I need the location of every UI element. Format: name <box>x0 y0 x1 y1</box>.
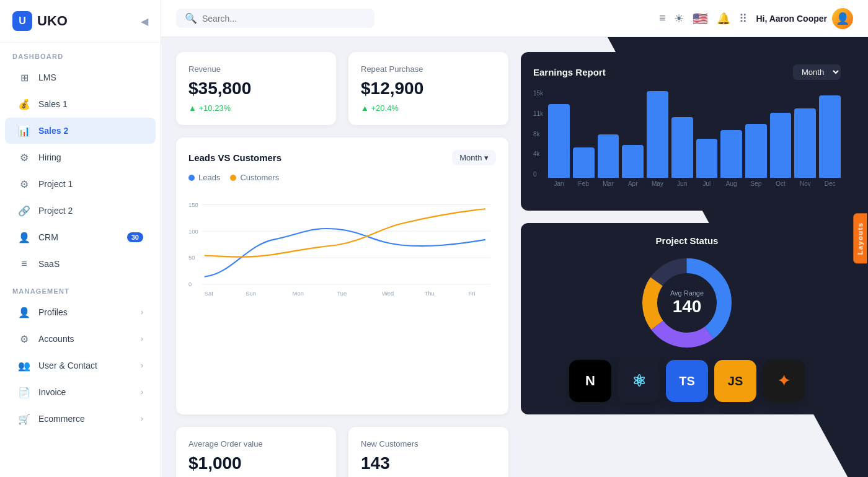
sidebar-item-label: Hiring <box>38 152 143 162</box>
svg-text:150: 150 <box>188 201 198 208</box>
sidebar-item-label: Project 1 <box>38 179 143 189</box>
sidebar-item-accounts[interactable]: ⚙Accounts› <box>5 326 156 352</box>
bar-label: Dec <box>825 180 836 187</box>
sidebar-item-label: User & Contact <box>38 361 133 370</box>
bar-label: Oct <box>776 180 786 187</box>
bar-group: Aug <box>720 130 742 187</box>
project1-icon: ⚙ <box>17 177 31 191</box>
sidebar-item-label: Invoice <box>38 387 133 397</box>
sidebar-item-hiring[interactable]: ⚙Hiring <box>5 144 156 170</box>
bar-label: May <box>652 180 663 187</box>
sidebar-item-label: CRM <box>38 232 120 242</box>
sales1-icon: 💰 <box>17 97 31 111</box>
donut-avg-label: Avg Range <box>670 289 704 297</box>
crm-icon: 👤 <box>17 230 31 244</box>
sidebar-item-label: Ecommerce <box>38 414 133 424</box>
nav-chevron-icon: › <box>141 361 143 370</box>
stat-value: $12,900 <box>361 79 496 98</box>
main-content: 🔍 ≡ ☀ 🇺🇸 🔔 ⠿ Hi, Aaron Cooper 👤 Revenue … <box>161 0 868 477</box>
bar-group: Sep <box>745 124 767 187</box>
sales2-icon: 📊 <box>17 124 31 138</box>
svg-text:Mon: Mon <box>293 290 304 297</box>
nav-chevron-icon: › <box>141 388 143 396</box>
sidebar-item-label: Project 2 <box>38 206 143 216</box>
content-grid: Revenue $35,800 ▲ +10.23% Repeat Purchas… <box>161 37 868 477</box>
user-info[interactable]: Hi, Aaron Cooper 👤 <box>756 8 853 29</box>
chart-bar <box>573 147 595 178</box>
sidebar-item-sales2[interactable]: 📊Sales 2 <box>5 118 156 144</box>
collapse-button[interactable]: ◀ <box>141 15 148 27</box>
earnings-filter[interactable]: Month Week Year <box>793 64 841 80</box>
stat-value: $1,000 <box>188 453 324 473</box>
chart-bar <box>671 117 693 178</box>
avatar: 👤 <box>832 8 853 29</box>
sidebar-item-label: SaaS <box>38 259 143 269</box>
bar-chart: JanFebMarAprMayJunJulAugSepOctNovDec <box>548 90 841 198</box>
bar-group: Dec <box>819 95 841 187</box>
bar-group: May <box>647 91 668 187</box>
lms-icon: ⊞ <box>17 71 31 84</box>
sidebar-item-label: LMS <box>38 72 143 82</box>
legend-dot-customers <box>230 175 236 181</box>
menu-icon[interactable]: ≡ <box>659 12 666 25</box>
sidebar: U UKO ◀ DASHBOARD⊞LMS💰Sales 1📊Sales 2⚙Hi… <box>0 0 161 477</box>
earnings-title: Earnings Report <box>533 67 606 77</box>
bar-group: Jan <box>548 104 570 187</box>
bar-label: Jun <box>677 180 687 187</box>
stat-label: New Customers <box>361 439 496 449</box>
sidebar-item-invoice[interactable]: 📄Invoice› <box>5 379 156 405</box>
chart-y-axis: 15k 11k 8k 4k 0 <box>533 90 543 189</box>
chart-bar <box>548 104 570 178</box>
topbar: 🔍 ≡ ☀ 🇺🇸 🔔 ⠿ Hi, Aaron Cooper 👤 <box>161 0 868 37</box>
sidebar-item-user-contact[interactable]: 👥User & Contact› <box>5 352 156 379</box>
sidebar-item-label: Sales 1 <box>38 99 143 109</box>
svg-text:100: 100 <box>188 228 198 235</box>
language-flag[interactable]: 🇺🇸 <box>693 11 708 26</box>
svg-text:Sat: Sat <box>205 290 213 297</box>
logo-icon: U <box>12 11 32 31</box>
bar-label: Jan <box>554 180 564 187</box>
chart-legend: Leads Customers <box>188 173 496 182</box>
theme-toggle-icon[interactable]: ☀ <box>674 12 684 25</box>
svg-text:50: 50 <box>188 254 195 261</box>
stat-label: Revenue <box>188 64 324 74</box>
project-status-card: Project Status Avg Range 140 <box>521 223 853 414</box>
bar-label: Sep <box>750 180 761 187</box>
svg-text:Fri: Fri <box>469 290 476 297</box>
layouts-tab[interactable]: Layouts <box>854 214 867 264</box>
bar-group: Apr <box>622 145 644 187</box>
bar-label: Nov <box>800 180 811 187</box>
svg-text:Tue: Tue <box>337 290 347 297</box>
search-input[interactable] <box>202 14 366 24</box>
topbar-right: ≡ ☀ 🇺🇸 🔔 ⠿ Hi, Aaron Cooper 👤 <box>659 8 853 29</box>
legend-leads: Leads <box>188 173 220 182</box>
stat-value: $35,800 <box>188 79 324 98</box>
earnings-card: Earnings Report Month Week Year 15k 11k … <box>521 52 853 211</box>
sidebar-item-sales1[interactable]: 💰Sales 1 <box>5 91 156 117</box>
sidebar-item-label: Sales 2 <box>38 126 143 136</box>
tech-icon-react: ⚛ <box>618 360 660 402</box>
saas-icon: ≡ <box>17 257 31 271</box>
bar-label: Mar <box>603 180 613 187</box>
sidebar-item-lms[interactable]: ⊞LMS <box>5 64 156 90</box>
sidebar-item-profiles[interactable]: 👤Profiles› <box>5 299 156 325</box>
sidebar-item-crm[interactable]: 👤CRM30 <box>5 224 156 250</box>
sidebar-item-project1[interactable]: ⚙Project 1 <box>5 171 156 197</box>
tech-icon-nextjs: N <box>569 360 611 402</box>
invoice-icon: 📄 <box>17 385 31 399</box>
sidebar-section-label: MANAGEMENT <box>0 278 161 299</box>
apps-icon[interactable]: ⠿ <box>739 12 747 25</box>
sidebar-item-saas[interactable]: ≡SaaS <box>5 251 156 277</box>
search-wrap[interactable]: 🔍 <box>176 9 374 28</box>
notifications-icon[interactable]: 🔔 <box>717 12 730 25</box>
sidebar-item-project2[interactable]: 🔗Project 2 <box>5 198 156 224</box>
bar-label: Jul <box>703 180 711 187</box>
hiring-icon: ⚙ <box>17 151 31 164</box>
chart-bar <box>647 91 668 178</box>
sidebar-nav: DASHBOARD⊞LMS💰Sales 1📊Sales 2⚙Hiring⚙Pro… <box>0 43 161 432</box>
leads-filter-button[interactable]: Month ▾ <box>452 150 496 165</box>
chart-bar <box>745 124 767 178</box>
sidebar-item-ecommerce[interactable]: 🛒Ecommerce› <box>5 406 156 432</box>
stat-label: Repeat Purchase <box>361 64 496 74</box>
chart-bar <box>794 108 816 178</box>
